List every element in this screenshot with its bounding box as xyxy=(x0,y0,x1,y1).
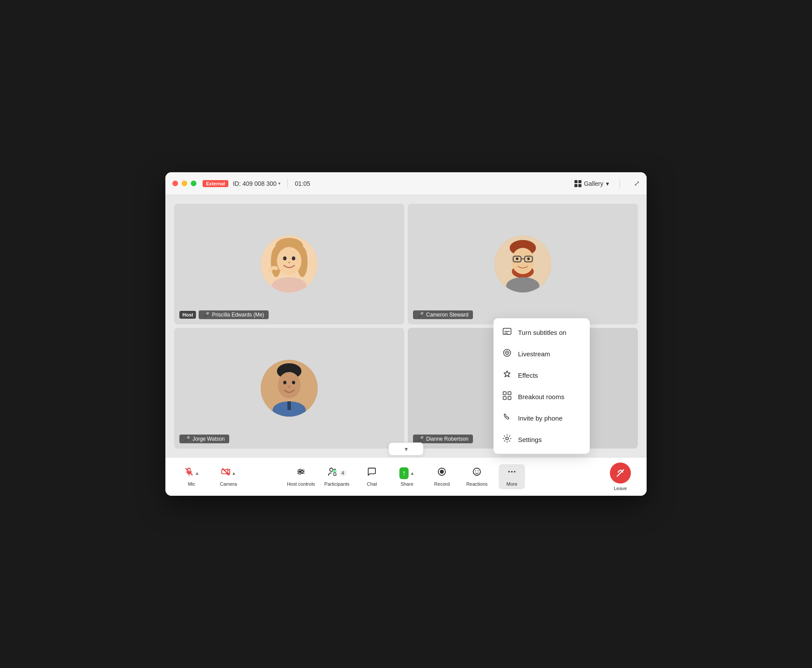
chevron-down-icon: ▾ xyxy=(405,445,408,452)
reactions-label: Reactions xyxy=(466,481,488,487)
meeting-timer: 01:05 xyxy=(295,180,310,187)
reactions-button[interactable]: Reactions xyxy=(464,467,490,487)
reactions-icon xyxy=(472,467,482,479)
meeting-id-chevron: ▾ xyxy=(278,181,280,186)
minimize-button[interactable] xyxy=(182,181,187,186)
phone-icon xyxy=(502,413,512,424)
subtitles-icon xyxy=(502,327,512,338)
camera-button[interactable]: ▲ Camera xyxy=(215,467,242,487)
svg-point-53 xyxy=(475,470,476,471)
toolbar-right: Leave xyxy=(607,463,634,491)
muted-icon-jorge: 🎤 xyxy=(184,436,190,442)
fullscreen-button[interactable] xyxy=(191,181,196,186)
label-priscilla: Host 🎤 Priscilla Edwards (Me) xyxy=(179,310,269,319)
video-cell-priscilla: Host 🎤 Priscilla Edwards (Me) xyxy=(174,204,404,324)
svg-point-43 xyxy=(301,471,303,473)
zoom-window: External ID: 409 008 300 ▾ 01:05 Gallery… xyxy=(165,172,647,496)
menu-item-settings[interactable]: Settings xyxy=(494,429,590,450)
host-controls-label: Host controls xyxy=(287,481,315,487)
svg-point-45 xyxy=(329,468,332,471)
titlebar-separator xyxy=(287,179,288,188)
mic-label: Mic xyxy=(188,481,195,487)
menu-item-breakout[interactable]: Breakout rooms xyxy=(494,386,590,407)
camera-chevron[interactable]: ▲ xyxy=(232,471,236,476)
svg-point-11 xyxy=(511,248,534,274)
svg-point-21 xyxy=(284,381,287,384)
svg-point-51 xyxy=(440,470,444,473)
more-button[interactable]: More xyxy=(499,464,525,489)
svg-point-57 xyxy=(514,471,516,473)
participants-count: 4 xyxy=(340,470,346,476)
settings-icon xyxy=(502,434,512,445)
chat-label: Chat xyxy=(367,481,377,487)
participants-icon xyxy=(328,467,337,479)
share-button[interactable]: ↑ ▲ Share xyxy=(394,467,420,487)
effects-label: Effects xyxy=(518,372,538,379)
mic-button[interactable]: ▲ Mic xyxy=(178,467,205,487)
settings-label: Settings xyxy=(518,436,542,443)
titlebar: External ID: 409 008 300 ▾ 01:05 Gallery… xyxy=(165,172,647,195)
svg-point-4 xyxy=(277,247,301,275)
mic-chevron[interactable]: ▲ xyxy=(195,471,200,476)
host-controls-icon xyxy=(296,467,306,479)
invite-phone-label: Invite by phone xyxy=(518,414,563,422)
more-icon xyxy=(507,467,517,479)
livestream-icon xyxy=(502,348,512,359)
menu-item-effects[interactable]: Effects xyxy=(494,365,590,386)
close-button[interactable] xyxy=(172,181,178,186)
toolbar-center: Host controls xyxy=(287,464,525,489)
share-icon: ↑ xyxy=(399,467,409,479)
more-dropdown-menu: Turn subtitles on Livestream Effects xyxy=(494,318,590,454)
avatar-priscilla xyxy=(261,236,318,292)
participants-button[interactable]: 4 Participants xyxy=(324,467,350,487)
svg-point-6 xyxy=(292,257,295,261)
record-button[interactable]: Record xyxy=(429,467,455,487)
collapse-toolbar-button[interactable]: ▾ xyxy=(388,442,424,456)
menu-item-livestream[interactable]: Livestream xyxy=(494,343,590,365)
svg-rect-24 xyxy=(287,401,291,410)
video-cell-cameron: 🎤 Cameron Steward xyxy=(408,204,638,324)
camera-label: Camera xyxy=(220,481,237,487)
traffic-lights xyxy=(172,181,196,186)
menu-item-subtitles[interactable]: Turn subtitles on xyxy=(494,322,590,343)
gallery-view-button[interactable]: Gallery ▾ xyxy=(574,180,609,187)
svg-point-30 xyxy=(507,352,508,354)
name-badge-priscilla: 🎤 Priscilla Edwards (Me) xyxy=(199,310,268,319)
more-label: More xyxy=(507,481,518,487)
svg-rect-34 xyxy=(508,397,511,400)
share-chevron[interactable]: ▲ xyxy=(410,471,414,476)
svg-point-22 xyxy=(292,381,295,384)
breakout-label: Breakout rooms xyxy=(518,393,564,400)
breakout-icon xyxy=(502,391,512,402)
subtitles-label: Turn subtitles on xyxy=(518,329,566,336)
leave-icon[interactable] xyxy=(610,463,631,484)
toolbar-left: ▲ Mic ▲ Camera xyxy=(178,467,242,487)
svg-rect-33 xyxy=(503,397,506,400)
svg-point-52 xyxy=(473,468,481,476)
menu-item-invite-phone[interactable]: Invite by phone xyxy=(494,407,590,429)
titlebar-right-separator xyxy=(620,179,620,188)
svg-rect-32 xyxy=(508,392,511,395)
name-badge-cameron: 🎤 Cameron Steward xyxy=(413,310,473,319)
name-badge-dianne: 🎤 Dianne Robertson xyxy=(413,435,473,443)
name-badge-jorge: 🎤 Jorge Watson xyxy=(179,435,229,443)
svg-rect-31 xyxy=(503,392,506,395)
label-cameron: 🎤 Cameron Steward xyxy=(413,310,473,319)
svg-point-54 xyxy=(478,470,479,471)
external-badge: External xyxy=(203,180,228,187)
chat-button[interactable]: Chat xyxy=(359,467,385,487)
participants-label: Participants xyxy=(324,481,349,487)
host-controls-button[interactable]: Host controls xyxy=(287,467,315,487)
svg-point-35 xyxy=(506,437,508,440)
svg-point-20 xyxy=(278,372,301,398)
mic-icon xyxy=(184,467,194,479)
record-icon xyxy=(437,467,447,479)
leave-label: Leave xyxy=(614,486,627,491)
svg-point-42 xyxy=(299,469,301,471)
svg-point-15 xyxy=(516,257,518,260)
chat-icon xyxy=(367,467,377,479)
meeting-id[interactable]: ID: 409 008 300 ▾ xyxy=(233,180,280,187)
expand-button[interactable]: ⤢ xyxy=(634,179,640,188)
avatar-cameron xyxy=(494,236,551,292)
leave-button[interactable]: Leave xyxy=(607,463,634,491)
